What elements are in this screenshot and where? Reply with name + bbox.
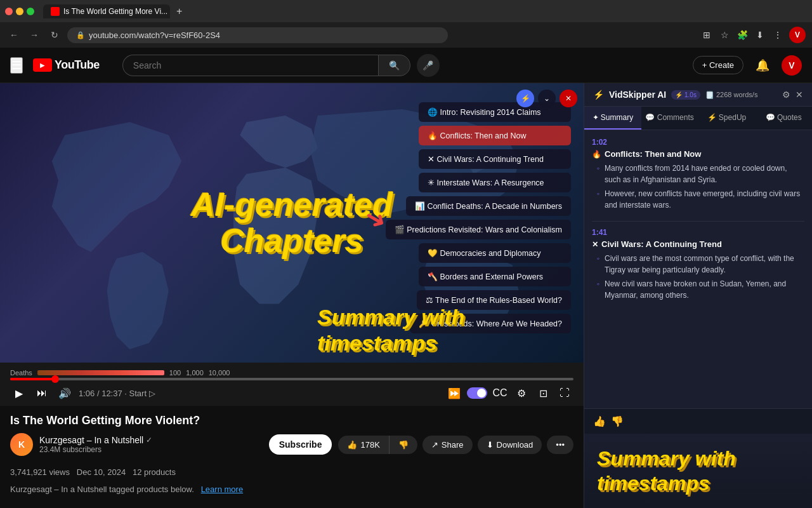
search-input[interactable] <box>122 55 378 76</box>
chapter-civil-wars[interactable]: ✕ Civil Wars: A Continuing Trend <box>419 149 571 169</box>
download-button[interactable]: ⬇ Download <box>478 436 542 454</box>
dislike-button[interactable]: 👎 <box>390 436 417 454</box>
chapter-borders[interactable]: 🪓 Borders and External Powers <box>419 267 571 286</box>
verified-badge: ✓ <box>146 436 152 444</box>
panel-content: 1:02 🔥 Conflicts: Then and Now Many conf… <box>584 130 812 408</box>
tab-favicon <box>51 7 60 16</box>
search-area: 🔍 🎤 <box>122 54 440 77</box>
mic-button[interactable]: 🎤 <box>417 54 440 77</box>
hamburger-menu-button[interactable]: ☰ <box>10 57 23 74</box>
settings-button[interactable]: ⚙ <box>513 384 530 402</box>
share-button[interactable]: ↗ Share <box>422 436 473 454</box>
window-controls <box>5 8 34 15</box>
section-2-emoji: ✕ <box>592 240 598 249</box>
close-chapters-button[interactable]: ✕ <box>560 90 577 107</box>
section-1-point-2: However, new conflicts have emerged, inc… <box>597 188 804 211</box>
captions-button[interactable]: CC <box>491 384 509 402</box>
progress-fill <box>10 378 55 380</box>
address-bar[interactable]: 🔒 youtube.com/watch?v=reSfF60-2S4 <box>67 27 448 43</box>
learn-more-link[interactable]: Learn more <box>201 485 243 494</box>
chapter-conflicts[interactable]: 🔥 Conflicts: Then and Now <box>419 126 571 145</box>
chapters-dropdown-button[interactable]: ⌄ <box>538 90 556 107</box>
sidebar-panel: ⚡ VidSkipper AI ⚡ 1.0s 🗒️ 2268 words/s ⚙… <box>584 83 812 508</box>
channel-name: Kurzgesagt – In a Nutshell ✓ <box>39 435 255 445</box>
tab-comments[interactable]: 💬 Comments <box>641 107 698 130</box>
extensions-icon[interactable]: 🧩 <box>736 29 749 41</box>
toggle-dot <box>477 389 486 398</box>
auto-play-toggle[interactable] <box>467 387 487 399</box>
section-1-point-1: Many conflicts from 2014 have ended or c… <box>597 163 804 185</box>
video-player[interactable]: AI-generated Chapters ⚡ ⌄ ✕ ➜ 🌐 Intro: R… <box>0 83 584 363</box>
youtube-header: ☰ YouTube 🔍 🎤 + Create 🔔 V <box>0 48 812 83</box>
panel-words: 🗒️ 2268 words/s <box>705 91 757 99</box>
description-text: Kurzgesagt – In a Nutshell tagged produc… <box>10 485 194 494</box>
video-controls: ▶ ⏭ 🔊 1:06 / 12:37 · Start ▷ ⏩ CC ⚙ ⊡ ⛶ <box>0 380 584 406</box>
tab-title: Is The World Getting More Vi... <box>63 7 167 16</box>
browser-action-buttons: ⊞ ☆ 🧩 ⬇ ⋮ V <box>700 27 806 43</box>
chapter-democracies[interactable]: 💛 Democracies and Diplomacy <box>419 243 571 263</box>
fullscreen-button[interactable]: ⛶ <box>556 384 573 402</box>
chapter-deaths[interactable]: 📊 Conflict Deaths: A Decade in Numbers <box>406 196 571 216</box>
profile-button[interactable]: V <box>789 27 806 43</box>
video-description: Kurzgesagt – In a Nutshell tagged produc… <box>0 481 584 498</box>
thumbs-up-button[interactable]: 👍 <box>593 415 606 427</box>
next-button[interactable]: ⏭ <box>33 384 51 402</box>
tab-quotes[interactable]: 💬 Quotes <box>755 107 812 130</box>
forward-button[interactable]: → <box>27 27 42 43</box>
back-button[interactable]: ← <box>6 27 22 43</box>
download-icon[interactable]: ⬇ <box>754 29 766 41</box>
section-2-title: ✕ Civil Wars: A Continuing Trend <box>592 239 804 249</box>
tab-spedup[interactable]: ⚡ SpedUp <box>698 107 756 130</box>
big-annotation-text: Summary withtimestamps <box>597 446 799 495</box>
chapter-predictions[interactable]: 🎬 Predictions Revisited: Wars and Coloni… <box>386 220 571 239</box>
close-dot[interactable] <box>5 8 13 15</box>
play-button[interactable]: ▶ <box>10 384 28 402</box>
chapter-crossroads[interactable]: 🔑 Crossroads: Where Are We Headed? <box>410 314 571 333</box>
deaths-scale: Deaths 100 1,000 10,000 <box>10 368 573 378</box>
cast-icon[interactable]: ⊞ <box>700 29 713 41</box>
youtube-logo[interactable]: YouTube <box>33 58 100 72</box>
reload-button[interactable]: ↻ <box>47 27 62 43</box>
settings-icon[interactable]: ⋮ <box>771 29 784 41</box>
progress-bar[interactable] <box>10 378 573 380</box>
section-1-title: 🔥 Conflicts: Then and Now <box>592 149 804 159</box>
more-button[interactable]: ••• <box>547 436 573 454</box>
maximize-dot[interactable] <box>27 8 34 15</box>
thumbs-down-button[interactable]: 👎 <box>611 415 624 427</box>
browser-tabs: Is The World Getting More Vi... ✕ + <box>43 4 807 18</box>
section-2-points: Civil wars are the most common type of c… <box>592 253 804 301</box>
chapter-rules[interactable]: ⚖ The End of the Rules-Based World? <box>417 290 571 310</box>
section-2-timestamp: 1:41 <box>592 228 804 237</box>
minimize-dot[interactable] <box>16 8 23 15</box>
create-button[interactable]: + Create <box>693 56 743 74</box>
channel-avatar[interactable]: K <box>10 433 33 456</box>
video-meta: 3,741,921 views Dec 10, 2024 12 products <box>0 464 584 481</box>
section-1-points: Many conflicts from 2014 have ended or c… <box>592 163 804 211</box>
speed-forward-button[interactable]: ⏩ <box>445 384 463 402</box>
chapter-interstate-wars[interactable]: ✳ Interstate Wars: A Resurgence <box>419 173 571 192</box>
right-controls: ⏩ CC ⚙ ⊡ ⛶ <box>445 384 573 402</box>
new-tab-button[interactable]: + <box>173 4 186 18</box>
search-box: 🔍 <box>122 55 410 76</box>
panel-speed-badge: ⚡ 1.0s <box>671 90 700 100</box>
subscribe-button[interactable]: Subscribe <box>269 434 332 455</box>
bookmark-icon[interactable]: ☆ <box>718 29 731 41</box>
panel-logo: ⚡ <box>593 90 604 100</box>
channel-row: K Kurzgesagt – In a Nutshell ✓ 23.4M sub… <box>10 433 573 456</box>
browser-chrome: Is The World Getting More Vi... ✕ + <box>0 0 812 22</box>
panel-settings-button[interactable]: ⚙ <box>782 90 790 100</box>
progress-bar-section: Deaths 100 1,000 10,000 <box>0 363 584 380</box>
active-tab[interactable]: Is The World Getting More Vi... ✕ <box>43 4 170 18</box>
volume-button[interactable]: 🔊 <box>56 384 74 402</box>
header-actions: + Create 🔔 V <box>693 54 802 77</box>
vidskipper-icon-button[interactable]: ⚡ <box>516 90 534 107</box>
user-avatar[interactable]: V <box>782 55 802 76</box>
panel-tabs: ✦ Summary 💬 Comments ⚡ SpedUp 💬 Quotes <box>584 107 812 130</box>
tab-summary[interactable]: ✦ Summary <box>584 107 641 130</box>
search-button[interactable]: 🔍 <box>378 55 410 76</box>
miniplayer-button[interactable]: ⊡ <box>534 384 552 402</box>
address-bar-row: ← → ↻ 🔒 youtube.com/watch?v=reSfF60-2S4 … <box>0 22 812 48</box>
like-button[interactable]: 👍 178K <box>338 436 389 454</box>
panel-close-button[interactable]: ✕ <box>796 90 803 100</box>
notifications-button[interactable]: 🔔 <box>751 54 774 77</box>
